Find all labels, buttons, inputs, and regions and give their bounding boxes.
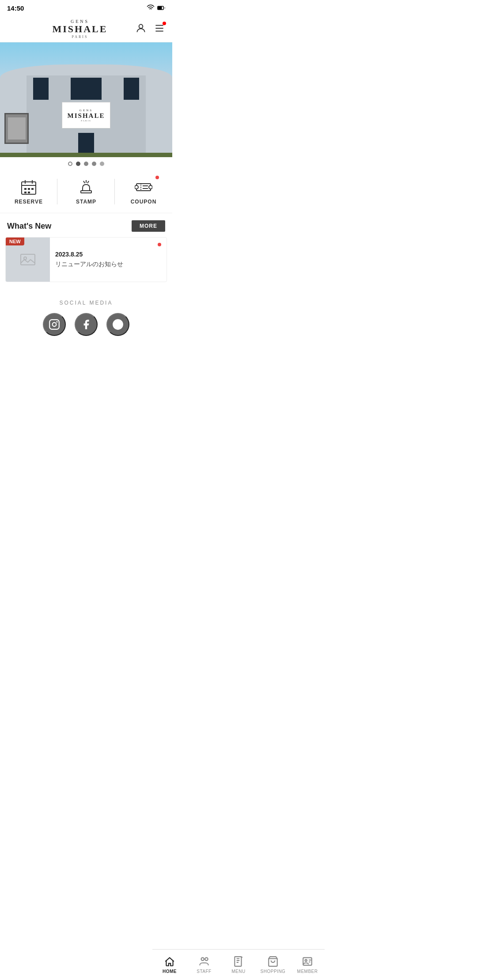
svg-rect-11 xyxy=(28,192,30,193)
svg-rect-7 xyxy=(24,188,26,190)
instagram-icon xyxy=(49,319,60,330)
more-button[interactable]: MORE xyxy=(132,220,165,232)
image-placeholder-icon xyxy=(19,251,37,268)
facebook-icon xyxy=(80,319,92,330)
svg-point-25 xyxy=(53,323,57,327)
reserve-label: RESERVE xyxy=(15,199,43,205)
header-actions xyxy=(135,23,165,36)
instagram-button[interactable] xyxy=(43,313,66,336)
svg-rect-10 xyxy=(24,192,26,193)
svg-rect-8 xyxy=(28,188,30,190)
coupon-dot xyxy=(155,176,159,179)
social-media-title: SOCIAL MEDIA xyxy=(0,300,172,306)
coupon-icon xyxy=(135,178,152,196)
whats-new-header: What's New MORE xyxy=(0,213,172,237)
coupon-label: COUPON xyxy=(131,199,157,205)
building-sign: GENS MISHALE PARIS xyxy=(62,102,110,128)
battery-icon xyxy=(157,4,165,12)
quick-actions: RESERVE STAMP COUPON xyxy=(0,170,172,213)
coupon-action[interactable]: COUPON xyxy=(115,170,172,213)
logo-paris: PARIS xyxy=(72,35,88,39)
notification-dot xyxy=(163,22,166,25)
whats-new-title: What's New xyxy=(7,222,51,231)
svg-rect-22 xyxy=(21,254,35,265)
news-dot xyxy=(158,243,161,246)
reserve-icon xyxy=(20,178,38,196)
svg-point-2 xyxy=(139,24,143,28)
window-center xyxy=(71,78,102,100)
social-icons xyxy=(0,313,172,336)
svg-rect-9 xyxy=(31,188,34,190)
status-bar: 14:50 xyxy=(0,0,172,16)
logo-mishale: MISHALE xyxy=(53,24,108,34)
wifi-icon xyxy=(147,4,155,12)
hero-image: GENS MISHALE PARIS xyxy=(0,42,172,157)
svg-rect-1 xyxy=(158,7,162,9)
website-button[interactable] xyxy=(106,313,129,336)
status-icons xyxy=(147,4,165,12)
ground-bar xyxy=(0,153,172,157)
stamp-label: STAMP xyxy=(76,199,96,205)
svg-line-14 xyxy=(83,181,85,183)
svg-point-26 xyxy=(56,321,57,322)
news-badge: NEW xyxy=(6,237,24,245)
news-date: 2023.8.25 xyxy=(55,251,161,258)
slide-dot-1[interactable] xyxy=(68,162,72,166)
news-content: 2023.8.25 リニューアルのお知らせ xyxy=(50,244,167,275)
svg-rect-12 xyxy=(81,191,91,193)
facebook-button[interactable] xyxy=(75,313,98,336)
social-section: SOCIAL MEDIA xyxy=(0,289,172,343)
news-card[interactable]: NEW 2023.8.25 リニューアルのお知らせ xyxy=(5,237,167,282)
svg-point-18 xyxy=(149,185,152,189)
profile-button[interactable] xyxy=(135,23,147,35)
svg-line-15 xyxy=(87,181,89,183)
app-header: GENS MISHALE PARIS xyxy=(0,16,172,42)
slide-dot-5[interactable] xyxy=(100,162,104,166)
svg-rect-24 xyxy=(49,320,59,329)
window-tl xyxy=(33,78,49,100)
left-board xyxy=(4,113,29,144)
svg-point-17 xyxy=(135,185,138,189)
slide-indicators xyxy=(0,157,172,170)
notification-wrapper[interactable] xyxy=(154,23,165,36)
bottom-spacer xyxy=(0,343,172,378)
reserve-action[interactable]: RESERVE xyxy=(0,170,57,213)
stamp-action[interactable]: STAMP xyxy=(57,170,115,213)
slide-dot-4[interactable] xyxy=(92,162,96,166)
globe-icon xyxy=(112,319,124,330)
slide-dot-3[interactable] xyxy=(84,162,88,166)
window-tr xyxy=(124,78,139,100)
news-text: リニューアルのお知らせ xyxy=(55,260,161,268)
app-logo: GENS MISHALE PARIS xyxy=(53,19,108,38)
status-time: 14:50 xyxy=(7,4,24,12)
stamp-icon xyxy=(77,178,95,196)
slide-dot-2[interactable] xyxy=(76,162,80,166)
